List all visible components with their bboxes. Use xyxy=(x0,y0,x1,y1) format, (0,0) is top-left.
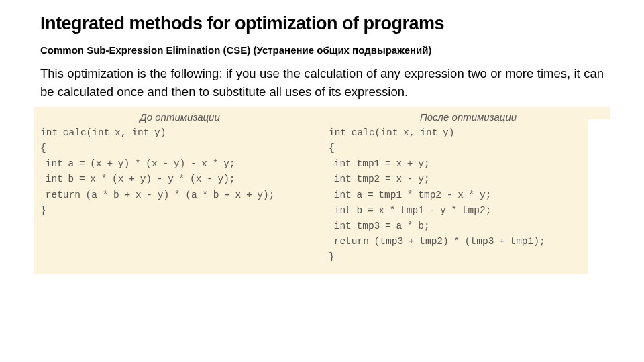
page-title: Integrated methods for optimization of p… xyxy=(40,13,604,34)
before-code: int calc(int x, int y) { int a = (x + y)… xyxy=(40,125,319,219)
code-comparison-block: До оптимизации int calc(int x, int y) { … xyxy=(34,107,610,275)
section-subtitle: Common Sub-Expression Elimination (CSE) … xyxy=(40,44,604,57)
before-header: До оптимизации xyxy=(40,111,319,123)
before-column: До оптимизации int calc(int x, int y) { … xyxy=(34,111,322,265)
overlay xyxy=(588,119,610,275)
after-code: int calc(int x, int y) { int tmp1 = x + … xyxy=(329,125,608,265)
after-column: После оптимизации int calc(int x, int y)… xyxy=(322,111,610,265)
after-header: После оптимизации xyxy=(329,111,608,123)
body-text: This optimization is the following: if y… xyxy=(40,65,604,101)
